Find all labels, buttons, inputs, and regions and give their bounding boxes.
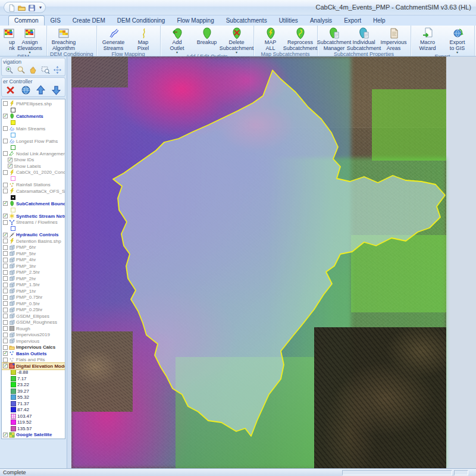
symbology-swatch-row[interactable] xyxy=(2,145,65,151)
checkbox[interactable] xyxy=(3,283,8,287)
checkbox[interactable] xyxy=(3,189,8,193)
symbology-swatch[interactable] xyxy=(11,176,15,181)
recenter-icon[interactable] xyxy=(53,65,62,74)
btn-up-nk[interactable]: up nk xyxy=(1,27,15,51)
symbology-swatch-row[interactable] xyxy=(2,207,65,214)
checkbox[interactable] xyxy=(3,270,8,275)
btn-subcatchment-manager[interactable]: Subcatchment Manager xyxy=(320,27,349,51)
checkbox[interactable] xyxy=(3,345,8,350)
layer-google-satellite[interactable]: ✓Google Satellite xyxy=(2,432,65,439)
layer-pmpellipses-shp[interactable]: PMPEllipses.shp xyxy=(2,101,65,107)
checkbox[interactable] xyxy=(3,183,8,187)
symbology-swatch[interactable] xyxy=(11,195,15,200)
layer-pmp-0-75hr[interactable]: PMP_0.75hr xyxy=(2,295,65,301)
symbology-swatch[interactable] xyxy=(11,226,15,231)
layer-digital-elevation-model[interactable]: ✓Digital Elevation Model xyxy=(2,363,65,369)
symbology-swatch[interactable] xyxy=(11,208,15,212)
layer-impervious[interactable]: Impervious xyxy=(2,338,65,345)
symbology-swatch-row[interactable] xyxy=(2,132,65,139)
layer-cabck-01-2020-condition[interactable]: CabCk_01_2020_Condition xyxy=(2,170,65,176)
btn-reprocess-subcatchment[interactable]: Reprocess Subcatchment xyxy=(286,27,315,51)
legend-23-22[interactable]: 23.22 xyxy=(2,382,65,389)
checkbox[interactable] xyxy=(3,333,8,337)
layer-impervious2019[interactable]: Impervious2019 xyxy=(2,332,65,339)
checkbox[interactable]: ✓ xyxy=(8,164,12,168)
symbology-swatch[interactable] xyxy=(11,108,15,112)
open-folder-icon[interactable] xyxy=(18,4,26,11)
layer-pmp-0-25hr[interactable]: PMP_0.25hr xyxy=(2,307,65,314)
tab-flow-mapping[interactable]: Flow Mapping xyxy=(171,15,220,26)
tab-gis[interactable]: GIS xyxy=(45,15,67,26)
symbology-swatch-row[interactable] xyxy=(2,176,65,182)
tab-export[interactable]: Export xyxy=(338,15,367,26)
globe-icon[interactable] xyxy=(21,85,31,95)
checkbox[interactable] xyxy=(3,220,8,225)
symbology-swatch-row[interactable] xyxy=(2,195,65,201)
layer-longest-flow-paths[interactable]: Longest Flow Paths xyxy=(2,138,65,145)
btn-breakup[interactable]: Breakup xyxy=(192,27,222,46)
tab-create-dem[interactable]: Create DEM xyxy=(67,15,111,26)
legend-8-88[interactable]: -8.88 xyxy=(2,369,65,376)
layer-cabramattack-ofs-study[interactable]: CabramattaCk_OFS_Study xyxy=(2,188,65,195)
checkbox[interactable] xyxy=(3,264,8,268)
layer-pmp-2hr[interactable]: PMP_2hr xyxy=(2,275,65,282)
arrow-up-icon[interactable] xyxy=(36,85,46,95)
symbology-swatch-row[interactable] xyxy=(2,226,65,232)
checkbox[interactable] xyxy=(3,358,8,362)
checkbox[interactable]: ✓ xyxy=(8,158,12,162)
layer-basin-outlets[interactable]: ✓Basin Outlets xyxy=(2,350,65,357)
legend-71-37[interactable]: 71.37 xyxy=(2,400,65,407)
symbology-swatch[interactable] xyxy=(11,145,15,150)
checkbox[interactable] xyxy=(3,320,8,325)
checkbox[interactable] xyxy=(3,339,8,343)
btn-generate-streams[interactable]: Generate Streams xyxy=(99,27,129,51)
checkbox[interactable] xyxy=(3,308,8,312)
layer-pmp-2-5hr[interactable]: PMP_2.5hr xyxy=(2,270,65,276)
legend-135-57[interactable]: 135.57 xyxy=(2,425,65,432)
save-icon[interactable] xyxy=(28,4,36,11)
btn-impervious-areas[interactable]: Impervious Areas xyxy=(379,27,409,51)
option-show-labels[interactable]: ✓Show Labels xyxy=(2,163,65,170)
layer-pmp-4hr[interactable]: PMP_4hr xyxy=(2,257,65,264)
btn-add-outlet[interactable]: Add Outlet▾ xyxy=(162,27,192,54)
option-show-ids[interactable]: ✓Show IDs xyxy=(2,157,65,164)
layer-rainfall-stations[interactable]: Rainfall Stations xyxy=(2,182,65,189)
btn-map-pixel[interactable]: Map Pixel xyxy=(129,27,158,51)
layer-pmp-6hr[interactable]: PMP_6hr xyxy=(2,245,65,251)
tab-utilities[interactable]: Utilities xyxy=(273,15,304,26)
checkbox[interactable] xyxy=(3,170,8,175)
symbology-swatch-row[interactable] xyxy=(2,120,65,126)
symbology-swatch[interactable] xyxy=(11,133,15,137)
zoom-in-icon[interactable] xyxy=(5,65,14,74)
btn-delete-subcatchment[interactable]: Delete Subcatchment▾ xyxy=(222,27,252,54)
tab-analysis[interactable]: Analysis xyxy=(304,15,338,26)
checkbox[interactable]: ✓ xyxy=(3,364,8,368)
btn-assign-elevations[interactable]: Assign Elevations▾ xyxy=(15,27,45,54)
checkbox[interactable]: ✓ xyxy=(3,351,8,356)
checkbox[interactable]: ✓ xyxy=(3,214,8,218)
legend-7-17[interactable]: 7.17 xyxy=(2,375,65,382)
checkbox[interactable] xyxy=(3,251,8,256)
layer-streams-flowlines[interactable]: Streams / Flowlines xyxy=(2,220,65,226)
layer-catchments[interactable]: ✓Catchments xyxy=(2,113,65,120)
pan-hand-icon[interactable] xyxy=(29,65,37,74)
layer-flats-and-pits[interactable]: Flats and Pits xyxy=(2,357,65,364)
tab-common[interactable]: Common xyxy=(8,15,45,26)
legend-55-32[interactable]: 55.32 xyxy=(2,394,65,401)
map-canvas[interactable] xyxy=(71,57,476,468)
legend-103-47[interactable]: 103.47 xyxy=(2,413,65,419)
checkbox[interactable]: ✓ xyxy=(3,433,8,437)
checkbox[interactable] xyxy=(3,239,8,243)
layer-pmp-1-5hr[interactable]: PMP_1.5hr xyxy=(2,282,65,289)
layer-pmp-3hr[interactable]: PMP_3hr xyxy=(2,263,65,270)
tab-dem-conditioning[interactable]: DEM Conditioning xyxy=(111,15,171,26)
zoom-window-icon[interactable] xyxy=(41,65,50,74)
btn-export-to-gis[interactable]: Export to GIS▾ xyxy=(443,27,472,54)
layer-rough[interactable]: Rough xyxy=(2,325,65,332)
checkbox[interactable] xyxy=(3,301,8,306)
layer-subcatchment-boundaries[interactable]: ✓SubCatchment Boundaries xyxy=(2,201,65,207)
layer-pmp-0-5hr[interactable]: PMP_0.5hr xyxy=(2,300,65,307)
checkbox[interactable]: ✓ xyxy=(3,233,8,237)
checkbox[interactable] xyxy=(3,101,8,106)
zoom-select-icon[interactable] xyxy=(17,65,26,74)
